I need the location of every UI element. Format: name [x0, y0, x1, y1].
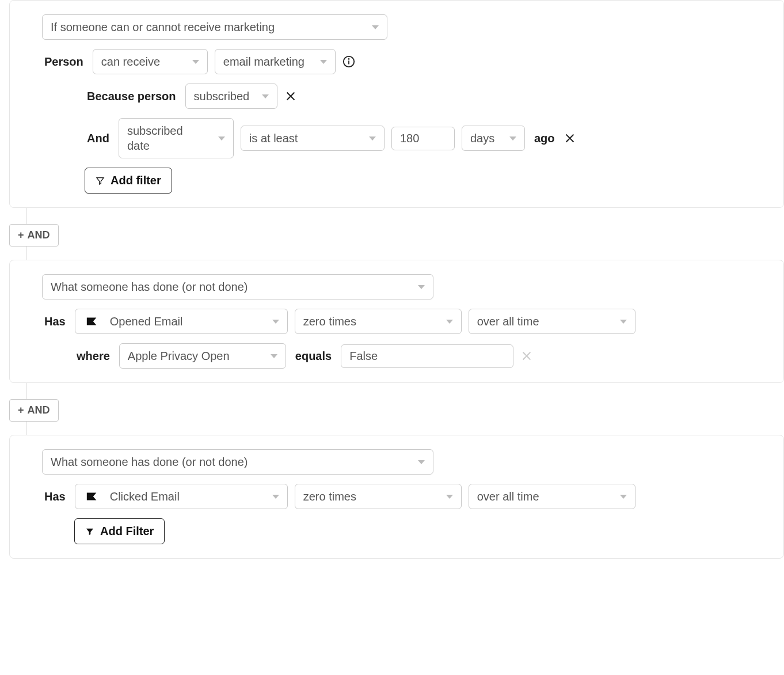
plus-icon: + [18, 229, 24, 241]
plus-icon: + [18, 404, 24, 416]
connector-1: + AND [0, 208, 784, 260]
chevron-down-icon [620, 495, 627, 499]
chevron-down-icon [446, 320, 453, 324]
chevron-down-icon [418, 460, 425, 464]
funnel-icon [85, 527, 94, 536]
chevron-down-icon [262, 94, 269, 98]
metric-select[interactable]: Clicked Email [75, 484, 288, 509]
can-receive-value: can receive [101, 54, 182, 69]
has-label: Has [42, 490, 68, 503]
metric-value: Clicked Email [110, 489, 262, 504]
where-value-input[interactable] [341, 344, 513, 368]
count-value: zero times [303, 489, 436, 504]
svg-point-2 [348, 59, 349, 59]
condition-card-3: What someone has done (or not done) Has … [9, 435, 784, 559]
where-op-label: equals [293, 350, 334, 363]
range-select[interactable]: over all time [469, 484, 635, 509]
range-value: over all time [477, 489, 610, 504]
because-value: subscribed [194, 89, 252, 104]
date-field-value: subscribed date [127, 123, 208, 153]
condition-type-select[interactable]: What someone has done (or not done) [42, 449, 433, 475]
remove-because-button[interactable] [284, 90, 297, 103]
because-label: Because person [85, 90, 178, 103]
flag-icon [86, 491, 98, 502]
date-field-select[interactable]: subscribed date [119, 118, 234, 158]
chevron-down-icon [272, 495, 279, 499]
and-connector-button[interactable]: + AND [9, 399, 59, 422]
add-filter-button[interactable]: Add Filter [74, 518, 165, 544]
date-unit-select[interactable]: days [462, 126, 525, 151]
condition-type-label: What someone has done (or not done) [51, 279, 408, 294]
where-prop-value: Apple Privacy Open [128, 348, 260, 363]
channel-value: email marketing [223, 54, 310, 69]
condition-card-1: If someone can or cannot receive marketi… [9, 0, 784, 208]
chevron-down-icon [218, 136, 225, 141]
and-connector-button[interactable]: + AND [9, 224, 59, 247]
metric-select[interactable]: Opened Email [75, 309, 288, 334]
chevron-down-icon [372, 25, 379, 29]
remove-where-button[interactable] [520, 350, 533, 362]
condition-type-select[interactable]: If someone can or cannot receive marketi… [42, 14, 387, 40]
where-prop-select[interactable]: Apple Privacy Open [119, 343, 286, 369]
chevron-down-icon [418, 285, 425, 289]
add-filter-button[interactable]: Add filter [85, 168, 172, 194]
count-select[interactable]: zero times [295, 309, 462, 334]
person-label: Person [42, 55, 86, 69]
condition-type-label: What someone has done (or not done) [51, 454, 408, 469]
add-filter-label: Add Filter [100, 525, 154, 538]
info-icon[interactable] [342, 55, 355, 68]
condition-type-select[interactable]: What someone has done (or not done) [42, 274, 433, 299]
and-label: AND [28, 229, 50, 241]
chevron-down-icon [620, 320, 627, 324]
date-op-select[interactable]: is at least [241, 126, 385, 151]
connector-line [26, 208, 27, 224]
date-number-input[interactable] [391, 127, 455, 150]
range-value: over all time [477, 314, 610, 329]
funnel-icon [96, 176, 105, 185]
chevron-down-icon [509, 136, 516, 141]
because-select[interactable]: subscribed [185, 84, 277, 109]
condition-card-2: What someone has done (or not done) Has … [9, 260, 784, 383]
and-label: AND [28, 404, 50, 416]
metric-value: Opened Email [110, 314, 262, 329]
chevron-down-icon [192, 60, 199, 64]
date-op-value: is at least [249, 131, 359, 146]
can-receive-select[interactable]: can receive [93, 49, 208, 74]
connector-2: + AND [0, 383, 784, 435]
connector-line [26, 383, 27, 399]
condition-type-label: If someone can or cannot receive marketi… [51, 20, 361, 35]
date-unit-value: days [470, 131, 499, 146]
where-label: where [74, 350, 112, 363]
range-select[interactable]: over all time [469, 309, 635, 334]
ago-label: ago [532, 132, 557, 145]
has-label: Has [42, 315, 68, 328]
chevron-down-icon [369, 136, 376, 141]
remove-date-button[interactable] [564, 132, 576, 145]
chevron-down-icon [446, 495, 453, 499]
chevron-down-icon [320, 60, 327, 64]
and-label: And [85, 132, 112, 145]
channel-select[interactable]: email marketing [215, 49, 336, 74]
chevron-down-icon [271, 354, 277, 358]
flag-icon [86, 316, 98, 327]
count-select[interactable]: zero times [295, 484, 462, 509]
chevron-down-icon [272, 320, 279, 324]
count-value: zero times [303, 314, 436, 329]
add-filter-label: Add filter [111, 174, 161, 187]
